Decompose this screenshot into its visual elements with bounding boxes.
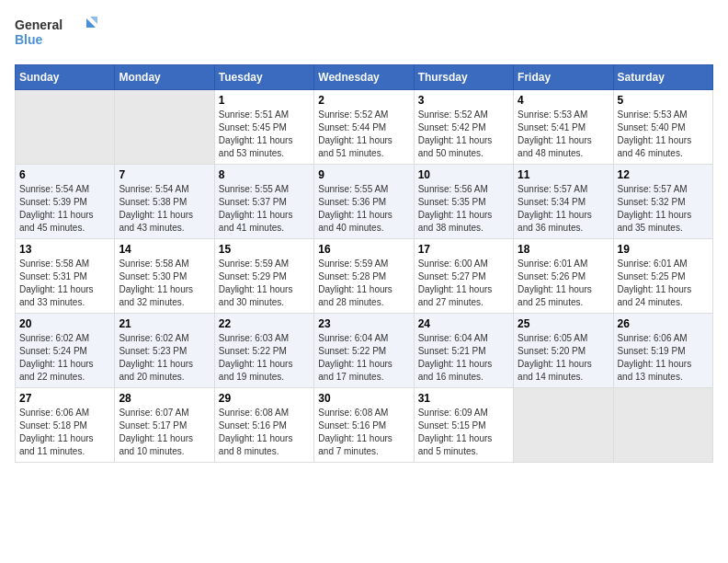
day-number: 20 — [19, 317, 110, 330]
day-info: Sunrise: 6:08 AMSunset: 5:16 PMDaylight:… — [219, 407, 310, 458]
week-row-2: 6Sunrise: 5:54 AMSunset: 5:39 PMDaylight… — [16, 165, 713, 239]
calendar-cell: 17Sunrise: 6:00 AMSunset: 5:27 PMDayligh… — [414, 239, 513, 314]
day-number: 9 — [318, 168, 409, 181]
weekday-header-thursday: Thursday — [414, 65, 513, 90]
day-info: Sunrise: 5:57 AMSunset: 5:32 PMDaylight:… — [618, 183, 709, 235]
calendar-cell: 12Sunrise: 5:57 AMSunset: 5:32 PMDayligh… — [613, 165, 712, 239]
calendar-cell: 3Sunrise: 5:52 AMSunset: 5:42 PMDaylight… — [414, 90, 513, 165]
header-row: SundayMondayTuesdayWednesdayThursdayFrid… — [16, 65, 713, 90]
day-number: 22 — [219, 317, 310, 330]
day-number: 5 — [618, 94, 709, 107]
calendar-cell: 8Sunrise: 5:55 AMSunset: 5:37 PMDaylight… — [214, 165, 313, 239]
calendar-cell — [514, 388, 613, 463]
day-number: 7 — [119, 168, 210, 181]
day-info: Sunrise: 6:05 AMSunset: 5:20 PMDaylight:… — [518, 332, 609, 384]
calendar-cell — [613, 388, 712, 463]
calendar-cell: 24Sunrise: 6:04 AMSunset: 5:21 PMDayligh… — [414, 314, 513, 388]
day-number: 12 — [618, 168, 709, 181]
weekday-header-monday: Monday — [115, 65, 214, 90]
calendar-cell: 22Sunrise: 6:03 AMSunset: 5:22 PMDayligh… — [214, 314, 313, 388]
week-row-5: 27Sunrise: 6:06 AMSunset: 5:18 PMDayligh… — [16, 388, 713, 463]
day-info: Sunrise: 6:09 AMSunset: 5:15 PMDaylight:… — [418, 407, 509, 458]
day-number: 18 — [518, 243, 609, 256]
day-info: Sunrise: 5:54 AMSunset: 5:38 PMDaylight:… — [119, 183, 210, 235]
calendar-cell: 19Sunrise: 6:01 AMSunset: 5:25 PMDayligh… — [613, 239, 712, 314]
day-number: 16 — [318, 243, 409, 256]
day-info: Sunrise: 5:52 AMSunset: 5:44 PMDaylight:… — [318, 109, 409, 160]
logo: General Blue — [15, 15, 97, 53]
day-number: 19 — [618, 243, 709, 256]
calendar-cell: 1Sunrise: 5:51 AMSunset: 5:45 PMDaylight… — [214, 90, 313, 165]
day-info: Sunrise: 5:59 AMSunset: 5:29 PMDaylight:… — [219, 258, 310, 309]
calendar-cell: 16Sunrise: 5:59 AMSunset: 5:28 PMDayligh… — [314, 239, 414, 314]
day-info: Sunrise: 6:04 AMSunset: 5:21 PMDaylight:… — [418, 332, 509, 384]
day-info: Sunrise: 5:59 AMSunset: 5:28 PMDaylight:… — [318, 258, 409, 309]
calendar-cell: 14Sunrise: 5:58 AMSunset: 5:30 PMDayligh… — [115, 239, 214, 314]
day-info: Sunrise: 6:01 AMSunset: 5:25 PMDaylight:… — [618, 258, 709, 309]
day-number: 26 — [618, 317, 709, 330]
day-number: 17 — [418, 243, 509, 256]
calendar-cell: 2Sunrise: 5:52 AMSunset: 5:44 PMDaylight… — [314, 90, 414, 165]
day-info: Sunrise: 5:53 AMSunset: 5:41 PMDaylight:… — [518, 109, 609, 160]
day-info: Sunrise: 6:06 AMSunset: 5:19 PMDaylight:… — [618, 332, 709, 384]
day-number: 4 — [518, 94, 609, 107]
week-row-3: 13Sunrise: 5:58 AMSunset: 5:31 PMDayligh… — [16, 239, 713, 314]
weekday-header-friday: Friday — [514, 65, 613, 90]
day-number: 3 — [418, 94, 509, 107]
day-info: Sunrise: 6:07 AMSunset: 5:17 PMDaylight:… — [119, 407, 210, 458]
day-number: 21 — [119, 317, 210, 330]
day-info: Sunrise: 5:51 AMSunset: 5:45 PMDaylight:… — [219, 109, 310, 160]
week-row-4: 20Sunrise: 6:02 AMSunset: 5:24 PMDayligh… — [16, 314, 713, 388]
weekday-header-wednesday: Wednesday — [314, 65, 414, 90]
day-info: Sunrise: 5:57 AMSunset: 5:34 PMDaylight:… — [518, 183, 609, 235]
weekday-header-saturday: Saturday — [613, 65, 712, 90]
day-number: 31 — [418, 392, 509, 405]
calendar-cell: 7Sunrise: 5:54 AMSunset: 5:38 PMDaylight… — [115, 165, 214, 239]
calendar-cell: 9Sunrise: 5:55 AMSunset: 5:36 PMDaylight… — [314, 165, 414, 239]
calendar-cell: 5Sunrise: 5:53 AMSunset: 5:40 PMDaylight… — [613, 90, 712, 165]
calendar-cell: 26Sunrise: 6:06 AMSunset: 5:19 PMDayligh… — [613, 314, 712, 388]
day-info: Sunrise: 5:55 AMSunset: 5:36 PMDaylight:… — [318, 183, 409, 235]
day-info: Sunrise: 5:56 AMSunset: 5:35 PMDaylight:… — [418, 183, 509, 235]
calendar-table: SundayMondayTuesdayWednesdayThursdayFrid… — [15, 64, 713, 463]
calendar-cell: 20Sunrise: 6:02 AMSunset: 5:24 PMDayligh… — [16, 314, 115, 388]
day-number: 13 — [19, 243, 110, 256]
day-info: Sunrise: 6:06 AMSunset: 5:18 PMDaylight:… — [19, 407, 110, 458]
calendar-cell: 4Sunrise: 5:53 AMSunset: 5:41 PMDaylight… — [514, 90, 613, 165]
weekday-header-tuesday: Tuesday — [214, 65, 313, 90]
svg-marker-3 — [90, 17, 97, 24]
day-info: Sunrise: 6:03 AMSunset: 5:22 PMDaylight:… — [219, 332, 310, 384]
day-number: 6 — [19, 168, 110, 181]
weekday-header-sunday: Sunday — [16, 65, 115, 90]
calendar-cell: 21Sunrise: 6:02 AMSunset: 5:23 PMDayligh… — [115, 314, 214, 388]
day-info: Sunrise: 5:52 AMSunset: 5:42 PMDaylight:… — [418, 109, 509, 160]
day-info: Sunrise: 5:58 AMSunset: 5:31 PMDaylight:… — [19, 258, 110, 309]
day-number: 27 — [19, 392, 110, 405]
calendar-cell: 13Sunrise: 5:58 AMSunset: 5:31 PMDayligh… — [16, 239, 115, 314]
calendar-cell: 23Sunrise: 6:04 AMSunset: 5:22 PMDayligh… — [314, 314, 414, 388]
calendar-cell: 6Sunrise: 5:54 AMSunset: 5:39 PMDaylight… — [16, 165, 115, 239]
week-row-1: 1Sunrise: 5:51 AMSunset: 5:45 PMDaylight… — [16, 90, 713, 165]
day-number: 11 — [518, 168, 609, 181]
day-info: Sunrise: 6:08 AMSunset: 5:16 PMDaylight:… — [318, 407, 409, 458]
day-number: 25 — [518, 317, 609, 330]
day-number: 23 — [318, 317, 409, 330]
day-number: 10 — [418, 168, 509, 181]
calendar-cell: 31Sunrise: 6:09 AMSunset: 5:15 PMDayligh… — [414, 388, 513, 463]
day-info: Sunrise: 6:00 AMSunset: 5:27 PMDaylight:… — [418, 258, 509, 309]
day-info: Sunrise: 5:55 AMSunset: 5:37 PMDaylight:… — [219, 183, 310, 235]
calendar-cell: 28Sunrise: 6:07 AMSunset: 5:17 PMDayligh… — [115, 388, 214, 463]
day-number: 8 — [219, 168, 310, 181]
calendar-cell: 10Sunrise: 5:56 AMSunset: 5:35 PMDayligh… — [414, 165, 513, 239]
day-number: 29 — [219, 392, 310, 405]
day-number: 24 — [418, 317, 509, 330]
calendar-cell — [16, 90, 115, 165]
day-info: Sunrise: 6:01 AMSunset: 5:26 PMDaylight:… — [518, 258, 609, 309]
day-number: 1 — [219, 94, 310, 107]
calendar-cell: 11Sunrise: 5:57 AMSunset: 5:34 PMDayligh… — [514, 165, 613, 239]
svg-text:General: General — [15, 17, 63, 32]
logo-svg: General Blue — [15, 15, 97, 53]
day-info: Sunrise: 6:02 AMSunset: 5:23 PMDaylight:… — [119, 332, 210, 384]
day-info: Sunrise: 5:58 AMSunset: 5:30 PMDaylight:… — [119, 258, 210, 309]
day-number: 2 — [318, 94, 409, 107]
